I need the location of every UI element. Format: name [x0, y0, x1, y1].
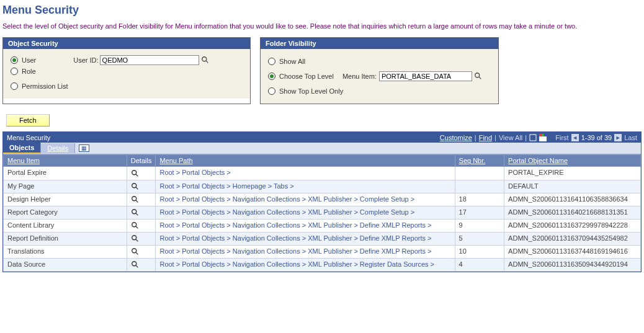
cell-portal-object: ADMN_S200601131637094435254982 [504, 232, 641, 245]
cell-details-icon[interactable] [127, 219, 156, 232]
svg-line-15 [136, 200, 138, 203]
grid-zoom-icon[interactable] [529, 133, 537, 141]
cell-details-icon[interactable] [127, 246, 156, 259]
cell-seq-nbr [455, 180, 504, 193]
menu-item-label: Menu Item: [342, 73, 377, 80]
menu-security-grid: Menu Security Customize | Find | View Al… [2, 131, 642, 272]
grid-view-all-link[interactable]: View All [499, 134, 522, 141]
cell-seq-nbr: 4 [455, 259, 504, 272]
radio-permission-list-label: Permission List [22, 82, 68, 90]
svg-rect-8 [544, 134, 547, 136]
cell-details-icon[interactable] [127, 259, 156, 272]
radio-show-top-only[interactable] [268, 87, 275, 95]
cell-menu-path-link[interactable]: Root > Portal Objects > Navigation Colle… [159, 234, 431, 242]
user-id-lookup-icon[interactable] [201, 56, 210, 64]
cell-seq-nbr [455, 167, 504, 180]
menu-item-input[interactable] [379, 71, 472, 81]
user-id-input[interactable] [100, 55, 199, 65]
radio-user-label: User [22, 56, 36, 64]
cell-portal-object: ADMN_S200601131637299978942228 [504, 219, 641, 232]
cell-seq-nbr: 5 [455, 232, 504, 245]
svg-point-14 [132, 197, 136, 201]
cell-portal-object: DEFAULT [504, 180, 641, 193]
svg-line-23 [136, 252, 138, 255]
col-portal-object[interactable]: Portal Object Name [504, 155, 641, 167]
cell-portal-object: ADMN_S200601131640216688131351 [504, 206, 641, 219]
grid-next-icon[interactable]: ► [614, 134, 622, 141]
col-menu-item[interactable]: Menu Item [4, 155, 127, 167]
svg-point-0 [202, 57, 206, 61]
cell-details-icon[interactable] [127, 167, 156, 180]
svg-line-3 [479, 77, 481, 79]
col-seq-nbr[interactable]: Seq Nbr. [455, 155, 504, 167]
page-description: Select the level of Object security and … [2, 22, 642, 31]
grid-prev-icon[interactable]: ◄ [571, 134, 579, 141]
cell-menu-path-link[interactable]: Root > Portal Objects > Navigation Colle… [159, 208, 414, 216]
grid-download-icon[interactable] [539, 133, 547, 141]
cell-portal-object: ADMN_S200601131635094344920194 [504, 259, 641, 272]
cell-seq-nbr: 18 [455, 193, 504, 206]
svg-line-19 [136, 226, 138, 229]
fetch-button[interactable]: Fetch [6, 114, 50, 127]
cell-seq-nbr: 17 [455, 206, 504, 219]
radio-show-all[interactable] [268, 58, 275, 65]
page-title: Menu Security [2, 4, 642, 17]
cell-details-icon[interactable] [127, 232, 156, 245]
table-row: Design HelperRoot > Portal Objects > Nav… [4, 193, 641, 206]
svg-line-17 [136, 213, 138, 216]
cell-menu-path-link[interactable]: Root > Portal Objects > Navigation Colle… [159, 260, 434, 268]
table-row: Report CategoryRoot > Portal Objects > N… [4, 206, 641, 219]
grid-show-all-cols-icon[interactable]: ▦ [79, 144, 89, 152]
svg-point-24 [132, 262, 136, 266]
cell-menu-path-link[interactable]: Root > Portal Objects > Navigation Colle… [159, 247, 431, 255]
grid-range: 1-39 of 39 [581, 134, 612, 141]
radio-show-top-only-label: Show Top Level Only [279, 87, 343, 95]
grid-customize-link[interactable]: Customize [440, 134, 472, 141]
cell-menu-path-link[interactable]: Root > Portal Objects > [159, 169, 230, 176]
col-details: Details [127, 155, 156, 167]
radio-user[interactable] [11, 56, 18, 64]
radio-choose-top-level-label: Choose Top Level [279, 73, 334, 80]
cell-menu-path-link[interactable]: Root > Portal Objects > Navigation Colle… [159, 195, 414, 203]
svg-point-10 [132, 170, 136, 174]
cell-seq-nbr: 10 [455, 246, 504, 259]
object-security-panel: Object Security User User ID: Role Permi… [2, 37, 251, 104]
cell-menu-item: Portal Expire [4, 167, 127, 180]
svg-rect-4 [530, 135, 536, 141]
radio-role[interactable] [11, 68, 18, 75]
radio-show-all-label: Show All [279, 58, 305, 65]
svg-point-12 [132, 183, 136, 187]
tab-objects[interactable]: Objects [3, 143, 41, 154]
table-row: Portal ExpireRoot > Portal Objects >PORT… [4, 167, 641, 180]
table-row: Data SourceRoot > Portal Objects > Navig… [4, 259, 641, 272]
svg-line-1 [205, 61, 208, 63]
tab-details[interactable]: Details [41, 143, 75, 153]
svg-rect-7 [542, 134, 544, 136]
grid-find-link[interactable]: Find [479, 134, 492, 141]
radio-role-label: Role [22, 68, 36, 75]
table-row: My PageRoot > Portal Objects > Homepage … [4, 180, 641, 193]
radio-permission-list[interactable] [11, 82, 18, 90]
cell-details-icon[interactable] [127, 206, 156, 219]
grid-first-link[interactable]: First [555, 134, 568, 141]
cell-portal-object: ADMN_S200601131637448169194616 [504, 246, 641, 259]
svg-point-22 [132, 249, 136, 253]
svg-point-2 [475, 73, 480, 78]
cell-menu-path-link[interactable]: Root > Portal Objects > Homepage > Tabs … [159, 182, 293, 190]
svg-point-18 [132, 223, 136, 227]
grid-title: Menu Security [7, 134, 50, 141]
col-menu-path[interactable]: Menu Path [156, 155, 455, 167]
cell-menu-item: Translations [4, 246, 127, 259]
cell-details-icon[interactable] [127, 180, 156, 193]
object-security-header: Object Security [3, 38, 250, 49]
grid-last-link[interactable]: Last [624, 134, 637, 141]
radio-choose-top-level[interactable] [268, 73, 275, 80]
svg-line-21 [136, 239, 138, 242]
cell-portal-object: ADMN_S200601131641106358836634 [504, 193, 641, 206]
cell-details-icon[interactable] [127, 193, 156, 206]
folder-visibility-panel: Folder Visibility Show All Choose Top Le… [260, 37, 499, 104]
menu-item-lookup-icon[interactable] [474, 72, 483, 81]
folder-visibility-header: Folder Visibility [261, 38, 498, 49]
cell-menu-path-link[interactable]: Root > Portal Objects > Navigation Colle… [159, 221, 431, 229]
table-row: Content LibraryRoot > Portal Objects > N… [4, 219, 641, 232]
